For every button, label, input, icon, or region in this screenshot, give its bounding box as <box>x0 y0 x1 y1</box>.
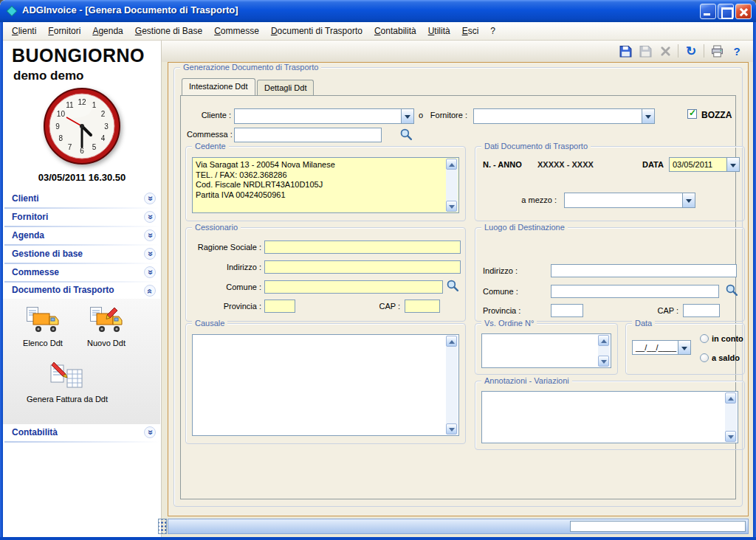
a-saldo-radio[interactable] <box>700 353 709 362</box>
bozza-checkbox[interactable] <box>687 109 697 119</box>
date-value: 03/05/2011 <box>673 160 712 169</box>
search-icon[interactable] <box>399 128 413 141</box>
scrollbar-down-button[interactable] <box>725 431 736 442</box>
sidebar-item-documento-di-trasporto[interactable]: Documento di Trasporto <box>3 283 161 299</box>
ordine-textarea[interactable] <box>481 333 611 368</box>
data-datepicker[interactable]: __/__/____ <box>632 340 691 355</box>
dropdown-arrow-icon[interactable] <box>642 109 654 123</box>
scrollbar-down-button[interactable] <box>446 201 457 212</box>
sidebar-item-label: Agenda <box>12 230 44 240</box>
provincia-input[interactable] <box>551 304 583 317</box>
cap-input[interactable] <box>405 300 440 313</box>
tab-label: Intestazione Ddt <box>189 82 248 91</box>
cedente-group-title: Cedente <box>192 142 229 150</box>
close-button[interactable] <box>735 4 752 19</box>
annotazioni-group-title: Annotazioni - Variazioni <box>481 376 572 385</box>
search-icon[interactable] <box>446 279 459 292</box>
cap-input[interactable] <box>683 304 720 317</box>
sidebar-item-contabilita[interactable]: Contabilità <box>3 424 161 443</box>
maximize-button[interactable] <box>718 4 734 19</box>
toolbar-separator <box>678 44 678 58</box>
status-textbox[interactable] <box>570 521 746 532</box>
menu-documenti-di-trasporto[interactable]: Documenti di Trasporto <box>265 24 368 38</box>
scrollbar-up-button[interactable] <box>725 392 736 404</box>
nuovo-ddt-button[interactable]: Nuovo Ddt <box>78 306 134 347</box>
indirizzo-input[interactable] <box>551 264 737 277</box>
sidebar-item-label: Gestione di base <box>12 249 83 259</box>
save-all-icon[interactable] <box>638 44 653 58</box>
tab-dettagli-ddt[interactable]: Dettagli Ddt <box>257 80 314 95</box>
dropdown-arrow-icon[interactable] <box>726 158 739 171</box>
scrollbar-up-button[interactable] <box>446 159 457 170</box>
dropdown-arrow-icon[interactable] <box>678 341 690 354</box>
search-icon[interactable] <box>725 283 738 297</box>
ddt-tools-panel: Elenco Ddt Nuovo Ddt <box>3 299 160 424</box>
ordine-scrollbar[interactable] <box>598 335 610 367</box>
tool-label: Elenco Ddt <box>15 339 71 347</box>
data-datepicker[interactable]: 03/05/2011 <box>669 157 740 172</box>
comune-input[interactable] <box>551 285 719 298</box>
scrollbar-down-button[interactable] <box>598 356 609 367</box>
sidebar-item-gestione-di-base[interactable]: Gestione di base <box>3 246 161 264</box>
chevron-double-down-icon[interactable] <box>144 266 156 278</box>
commessa-label: Commessa : <box>187 130 231 139</box>
chevron-double-down-icon[interactable] <box>144 248 156 260</box>
refresh-icon[interactable]: ↻ <box>684 44 698 58</box>
scrollbar-up-button[interactable] <box>598 335 609 346</box>
cedente-group: Cedente Via Saragat 13 - 20054 Nova Mila… <box>185 146 466 221</box>
delete-icon[interactable] <box>658 44 673 58</box>
menu-utilita[interactable]: Utilità <box>422 24 456 38</box>
sidebar-item-label: Clienti <box>12 193 39 204</box>
chevron-double-down-icon[interactable] <box>144 229 156 241</box>
sidebar-item-fornitori[interactable]: Fornitori <box>3 209 161 227</box>
annotazioni-textarea[interactable] <box>481 391 738 443</box>
menu-commesse[interactable]: Commesse <box>208 24 265 38</box>
chevron-double-down-icon[interactable] <box>144 211 156 223</box>
cedente-scrollbar[interactable] <box>446 159 458 212</box>
ragione-sociale-input[interactable] <box>264 240 461 254</box>
causale-group-title: Causale <box>192 319 227 328</box>
menu-fornitori[interactable]: Fornitori <box>42 24 86 38</box>
splitter-handle[interactable] <box>158 519 167 534</box>
annotazioni-scrollbar[interactable] <box>725 392 737 442</box>
datetime-text: 03/05/2011 16.30.50 <box>3 172 161 183</box>
scrollbar-up-button[interactable] <box>446 336 457 347</box>
help-icon[interactable]: ? <box>729 44 744 58</box>
menu-help[interactable]: ? <box>484 24 501 38</box>
chevron-double-down-icon[interactable] <box>144 426 156 438</box>
genera-fattura-da-ddt-button[interactable]: Genera Fattura da Ddt <box>18 361 117 404</box>
dropdown-arrow-icon[interactable] <box>401 109 413 123</box>
commessa-input[interactable] <box>234 128 382 142</box>
dropdown-arrow-icon[interactable] <box>682 193 695 207</box>
sidebar-item-commesse[interactable]: Commesse <box>3 264 161 283</box>
in-conto-radio[interactable] <box>700 334 709 343</box>
indirizzo-input[interactable] <box>264 260 461 274</box>
comune-input[interactable] <box>264 280 443 294</box>
menu-gestione-di-base[interactable]: Gestione di Base <box>129 24 208 38</box>
print-icon[interactable] <box>709 44 724 58</box>
menu-agenda[interactable]: Agenda <box>86 24 128 38</box>
causale-textarea[interactable] <box>192 334 459 436</box>
elenco-ddt-button[interactable]: Elenco Ddt <box>15 306 71 347</box>
tab-label: Dettagli Ddt <box>264 83 306 92</box>
a-mezzo-combobox[interactable] <box>564 193 695 208</box>
cedente-textarea[interactable]: Via Saragat 13 - 20054 Nova Milanese TEL… <box>192 157 459 213</box>
chevron-double-down-icon[interactable] <box>144 193 156 204</box>
sidebar-item-clienti[interactable]: Clienti <box>3 190 161 209</box>
scrollbar-down-button[interactable] <box>446 423 457 435</box>
save-icon[interactable] <box>618 44 633 58</box>
provincia-input[interactable] <box>264 300 295 313</box>
sidebar-item-agenda[interactable]: Agenda <box>3 227 161 246</box>
cliente-combobox[interactable] <box>234 108 414 124</box>
tab-intestazione-ddt[interactable]: Intestazione Ddt <box>182 78 255 95</box>
data-label: DATA <box>642 160 664 169</box>
dati-documento-group-title: Dati Documento di Trasporto <box>481 142 591 150</box>
menu-contabilita[interactable]: Contabilità <box>368 24 422 38</box>
menu-clienti[interactable]: Clienti <box>6 24 42 38</box>
clock-numeral: 7 <box>68 143 72 151</box>
fornitore-combobox[interactable] <box>473 108 655 124</box>
causale-scrollbar[interactable] <box>446 336 458 435</box>
minimize-button[interactable] <box>700 4 716 19</box>
chevron-double-up-icon[interactable] <box>144 285 156 297</box>
menu-esci[interactable]: Esci <box>456 24 485 38</box>
